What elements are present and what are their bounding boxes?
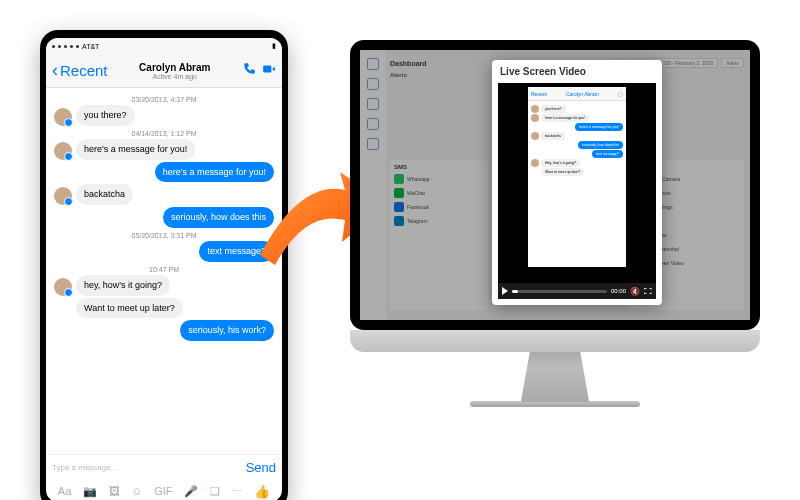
message-input[interactable]: Type a message... [52,463,246,472]
mini-message-row: text message? [531,150,623,158]
mini-bubble: Hey, how's it going? [541,159,580,167]
mini-bubble: seriously, how does this [578,141,623,149]
smile-icon[interactable]: ☺ [131,485,142,497]
mic-icon[interactable]: 🎤 [184,485,198,498]
thumb-up-icon[interactable]: 👍 [254,484,270,499]
mini-video-icon: ▢ [618,91,623,97]
contact-status: Active 4m ago [108,73,242,80]
mini-bubble: here's a message for you! [541,114,589,122]
more-icon[interactable]: ⋯ [231,485,242,498]
avatar [531,105,539,113]
battery-icon: ▮ [272,42,276,50]
camera-icon[interactable]: 📷 [83,485,97,498]
timestamp: 04/14/2013, 1:12 PM [54,130,274,137]
message-row: text message? [54,241,274,262]
send-button[interactable]: Send [246,460,276,475]
video-time: 00:00 [611,288,626,294]
status-bar: AT&T ▮ [46,38,282,54]
video-controls: 00:00 🔇 ⛶ [498,283,656,299]
mini-bubble: here's a message for you! [575,123,623,131]
mini-message-row: backatcha [531,132,623,140]
timestamp: 10:47 PM [54,266,274,273]
popup-title: Live Screen Video [492,60,662,83]
phone-screen: AT&T ▮ ‹ Recent Carolyn Abram Active 4m … [46,38,282,500]
avatar [54,187,72,205]
image-icon[interactable]: 🖼 [109,485,120,497]
message-row: Want to meet up later? [54,298,274,319]
carrier-label: AT&T [82,43,99,50]
avatar [531,132,539,140]
message-row: here's a message for you! [54,162,274,183]
message-bubble[interactable]: seriously, his work? [180,320,274,341]
message-row: hey, how's it going? [54,275,274,296]
message-bubble[interactable]: hey, how's it going? [76,275,170,296]
sticker-icon[interactable]: ❑ [210,485,220,498]
play-button[interactable] [502,287,508,295]
message-row: backatcha [54,184,274,205]
mute-icon[interactable]: 🔇 [630,287,640,296]
message-row: seriously, his work? [54,320,274,341]
message-bubble[interactable]: backatcha [76,184,133,205]
gif-icon[interactable]: GIF [154,485,172,497]
avatar [531,114,539,122]
mini-bubble: backatcha [541,132,565,140]
mini-message-row: you there? [531,105,623,113]
mini-back: Recent [531,91,547,97]
mini-bubble: Want to meet up later? [541,168,584,176]
message-bubble[interactable]: here's a message for you! [76,139,195,160]
monitor-stand [510,352,600,402]
back-label: Recent [60,62,108,79]
message-bubble[interactable]: you there? [76,105,135,126]
message-composer: Type a message... Send [46,454,282,480]
timestamp: 03/20/2013, 4:37 PM [54,96,274,103]
message-row: seriously, how does this [54,207,274,228]
mini-message-row: Want to meet up later? [531,168,623,176]
mirrored-phone-screen: Recent Carolyn Abram ▢ you there?here's … [528,87,626,267]
seek-bar[interactable] [512,290,607,293]
mini-bubble: you there? [541,105,566,113]
message-row: you there? [54,105,274,126]
contact-name: Carolyn Abram [108,62,242,73]
back-button[interactable]: ‹ Recent [52,60,108,81]
message-list[interactable]: 03/20/2013, 4:37 PMyou there?04/14/2013,… [46,88,282,454]
mini-message-row: here's a message for you! [531,123,623,131]
video-viewport: Recent Carolyn Abram ▢ you there?here's … [498,83,656,283]
text-style-icon[interactable]: Aa [58,485,71,497]
monitor-chin [350,330,760,352]
live-screen-video-popup: Live Screen Video Recent Carolyn Abram ▢… [492,60,662,305]
svg-rect-0 [263,65,271,72]
signal-icon [52,45,55,48]
chat-header: ‹ Recent Carolyn Abram Active 4m ago [46,54,282,88]
avatar [54,142,72,160]
avatar [54,278,72,296]
avatar [54,108,72,126]
mini-message-row: here's a message for you! [531,114,623,122]
avatar [531,159,539,167]
fullscreen-icon[interactable]: ⛶ [644,287,652,296]
mini-message-row: seriously, how does this [531,141,623,149]
phone-call-icon[interactable] [242,62,256,80]
message-bubble[interactable]: Want to meet up later? [76,298,183,319]
composer-toolbar: Aa 📷 🖼 ☺ GIF 🎤 ❑ ⋯ 👍 [46,480,282,500]
timestamp: 05/20/2013, 3:31 PM [54,232,274,239]
chevron-left-icon: ‹ [52,60,58,81]
message-row: here's a message for you! [54,139,274,160]
mini-name: Carolyn Abram [566,91,599,97]
video-call-icon[interactable] [262,62,276,80]
desktop-monitor: Dashboard ▾ February 1, 2020 - February … [350,40,760,407]
mini-message-row: Hey, how's it going? [531,159,623,167]
mini-bubble: text message? [592,150,623,158]
